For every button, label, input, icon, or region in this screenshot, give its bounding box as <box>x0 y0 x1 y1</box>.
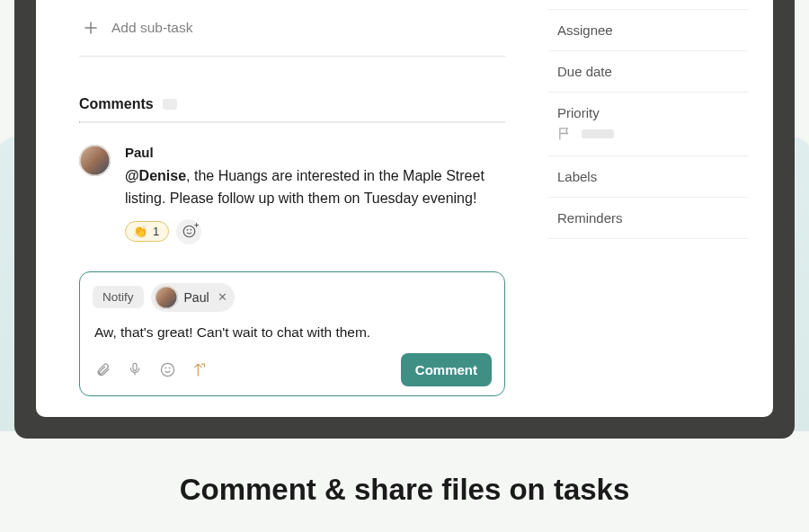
task-detail-card: Add sub-task Comments Paul <box>36 0 773 417</box>
comments-header: Comments <box>79 96 505 112</box>
reaction-bar: 👏 1 + <box>125 219 505 244</box>
remove-chip-icon[interactable]: ✕ <box>216 290 227 304</box>
add-subtask-button[interactable]: Add sub-task <box>79 13 505 56</box>
compose-textarea[interactable]: Aw, that's great! Can't wait to chat wit… <box>93 323 492 353</box>
divider <box>79 56 505 57</box>
comment-text: @Denise, the Huangs are interested in th… <box>125 165 505 210</box>
comments-underline <box>79 121 505 123</box>
reaction-clap[interactable]: 👏 1 <box>125 221 169 242</box>
comments-count-placeholder <box>163 99 177 110</box>
avatar <box>79 145 111 176</box>
sidebar-due-date[interactable]: Due date <box>548 50 748 93</box>
comments-title: Comments <box>79 96 154 112</box>
microphone-icon[interactable] <box>127 361 143 377</box>
clap-emoji: 👏 <box>133 225 147 238</box>
sidebar-priority[interactable]: Priority <box>548 92 748 156</box>
app-window-frame: Add sub-task Comments Paul <box>14 0 795 439</box>
add-reaction-button[interactable]: + <box>176 219 201 244</box>
emoji-icon[interactable] <box>159 361 175 377</box>
add-subtask-label: Add sub-task <box>111 20 192 36</box>
svg-point-4 <box>191 229 191 230</box>
flag-icon <box>557 126 573 141</box>
notify-user-chip[interactable]: Paul ✕ <box>151 283 235 312</box>
svg-point-3 <box>187 229 188 230</box>
plus-icon <box>83 20 99 36</box>
page-headline: Comment & share files on tasks <box>0 473 809 507</box>
svg-point-6 <box>161 363 173 376</box>
toolbar-icons <box>93 361 208 377</box>
priority-value-row <box>557 120 748 143</box>
sidebar-assignee[interactable]: Assignee <box>548 9 748 51</box>
comment-author: Paul <box>125 145 505 160</box>
plus-badge: + <box>194 221 199 230</box>
sidebar-reminders[interactable]: Reminders <box>548 197 748 239</box>
compose-toolbar: Comment <box>93 353 492 386</box>
mention[interactable]: @Denise <box>125 168 186 183</box>
sidebar-labels[interactable]: Labels <box>548 155 748 198</box>
attachment-icon[interactable] <box>94 361 111 377</box>
priority-placeholder <box>582 129 614 138</box>
reaction-count: 1 <box>153 225 159 238</box>
comment-item: Paul @Denise, the Huangs are interested … <box>79 145 505 244</box>
comment-body: Paul @Denise, the Huangs are interested … <box>125 145 505 244</box>
notify-label[interactable]: Notify <box>93 286 144 308</box>
comment-compose-box: Notify Paul ✕ Aw, that's great! Can't wa… <box>79 271 505 396</box>
svg-point-8 <box>169 368 170 368</box>
slash-command-icon[interactable] <box>191 361 208 377</box>
priority-label: Priority <box>557 105 748 120</box>
svg-point-7 <box>165 368 166 368</box>
svg-point-2 <box>183 226 195 237</box>
svg-rect-5 <box>133 363 137 370</box>
notify-row: Notify Paul ✕ <box>93 283 492 312</box>
side-column: Assignee Due date Priority Labels Remind… <box>548 0 773 417</box>
chip-username: Paul <box>184 290 209 305</box>
main-column: Add sub-task Comments Paul <box>36 0 548 417</box>
avatar <box>155 286 178 309</box>
submit-comment-button[interactable]: Comment <box>401 353 492 386</box>
